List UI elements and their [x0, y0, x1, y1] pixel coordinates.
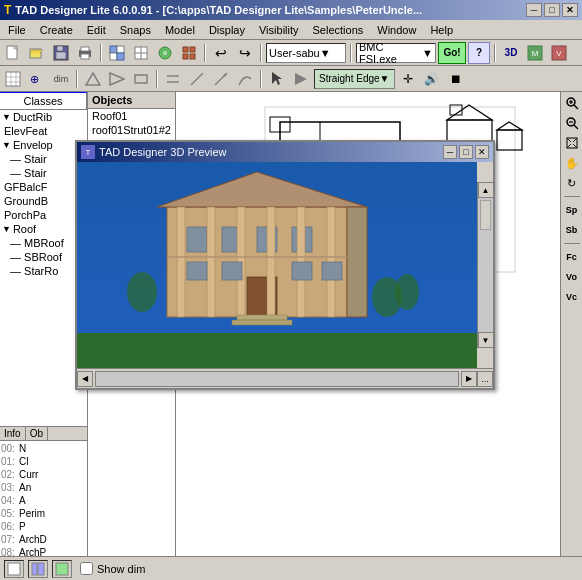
tree-item-elevfeat[interactable]: ElevFeat	[0, 124, 87, 138]
separator-4	[350, 44, 352, 62]
preview-close[interactable]: ✕	[475, 145, 489, 159]
exe-dropdown[interactable]: BMC FSI.exe ▼	[356, 43, 436, 63]
close-button[interactable]: ✕	[562, 3, 578, 17]
triangle-btn[interactable]	[82, 68, 104, 90]
sb-btn[interactable]: Sb	[563, 221, 581, 239]
scroll-thumb-v[interactable]	[480, 200, 491, 230]
scroll-down-arrow[interactable]: ▼	[478, 332, 494, 348]
svg-rect-84	[187, 262, 207, 280]
svg-point-93	[127, 272, 157, 312]
user-dropdown[interactable]: User-sabu ▼	[266, 43, 346, 63]
zoom-out-btn[interactable]	[563, 114, 581, 132]
save-button[interactable]	[50, 42, 72, 64]
undo-button[interactable]: ↩	[210, 42, 232, 64]
svg-rect-73	[187, 227, 207, 252]
tree-item-gfbalcf[interactable]: GFBalcF	[0, 180, 87, 194]
tree-item-groundb[interactable]: GroundB	[0, 194, 87, 208]
menu-edit[interactable]: Edit	[81, 22, 112, 38]
app-icon: T	[4, 3, 11, 17]
triangle2-btn[interactable]	[106, 68, 128, 90]
obj-roof01[interactable]: Roof01	[88, 109, 175, 123]
svg-text:V: V	[556, 49, 562, 58]
dim-btn[interactable]: dim	[50, 68, 72, 90]
preview-maximize[interactable]: □	[459, 145, 473, 159]
svg-line-59	[574, 105, 578, 109]
new-button[interactable]	[2, 42, 24, 64]
svg-rect-19	[190, 47, 195, 52]
tab-info[interactable]: Info	[0, 427, 26, 440]
scroll-track-v[interactable]	[478, 198, 493, 332]
menu-selections[interactable]: Selections	[307, 22, 370, 38]
grid-btn[interactable]	[2, 68, 24, 90]
zoom-extents-btn[interactable]	[563, 134, 581, 152]
svg-rect-94	[8, 563, 20, 575]
rect-btn[interactable]	[130, 68, 152, 90]
toolbar-icon-8[interactable]	[178, 42, 200, 64]
parallel-btn[interactable]	[162, 68, 184, 90]
scroll-corner-btn[interactable]: ...	[477, 371, 493, 387]
vc-btn[interactable]: Vc	[563, 288, 581, 306]
tab-ob[interactable]: Ob	[26, 427, 48, 440]
toolbar-icon-6[interactable]	[130, 42, 152, 64]
tab-classes[interactable]: Classes	[0, 92, 87, 109]
curve-btn[interactable]	[234, 68, 256, 90]
svg-rect-87	[322, 262, 342, 280]
minimize-button[interactable]: ─	[526, 3, 542, 17]
menu-create[interactable]: Create	[34, 22, 79, 38]
svg-rect-12	[117, 53, 124, 60]
scroll-right-arrow[interactable]: ▶	[461, 371, 477, 387]
status-btn-1[interactable]	[4, 560, 24, 578]
zoom-in-btn[interactable]	[563, 94, 581, 112]
svg-point-92	[395, 274, 419, 310]
fc-btn[interactable]: Fc	[563, 248, 581, 266]
svg-rect-55	[497, 130, 522, 150]
redo-button[interactable]: ↪	[234, 42, 256, 64]
go-button[interactable]: Go!	[438, 42, 466, 64]
3d-button[interactable]: 3D	[500, 42, 522, 64]
print-button[interactable]	[74, 42, 96, 64]
toolbar-extra-2[interactable]: V	[548, 42, 570, 64]
arrow-btn[interactable]	[210, 68, 232, 90]
maximize-button[interactable]: □	[544, 3, 560, 17]
svg-rect-26	[6, 72, 20, 86]
line-btn[interactable]	[186, 68, 208, 90]
help-button[interactable]: ?	[468, 42, 490, 64]
move-btn[interactable]: ✛	[397, 68, 419, 90]
edge-dropdown[interactable]	[290, 68, 312, 90]
snap-btn[interactable]: ⊕	[26, 68, 48, 90]
tree-item-ductrib[interactable]: ▼DuctRib	[0, 110, 87, 124]
status-btn-2[interactable]	[28, 560, 48, 578]
svg-line-68	[567, 144, 571, 148]
menu-file[interactable]: File	[2, 22, 32, 38]
show-dim-checkbox[interactable]	[80, 562, 93, 575]
tree-item-roof[interactable]: ▼Roof	[0, 222, 87, 236]
menu-model[interactable]: Model	[159, 22, 201, 38]
toolbar-icon-5[interactable]	[106, 42, 128, 64]
menu-window[interactable]: Window	[371, 22, 422, 38]
scroll-track-h[interactable]	[95, 371, 459, 387]
rotate-btn[interactable]: ↻	[563, 174, 581, 192]
vo-btn[interactable]: Vo	[563, 268, 581, 286]
menu-display[interactable]: Display	[203, 22, 251, 38]
select-btn[interactable]	[266, 68, 288, 90]
toolbar-extra-1[interactable]: M	[524, 42, 546, 64]
scroll-up-arrow[interactable]: ▲	[478, 182, 494, 198]
audio-btn[interactable]: 🔊	[421, 68, 443, 90]
info-row-06: 06:P	[1, 520, 86, 533]
sp-btn[interactable]: Sp	[563, 201, 581, 219]
open-button[interactable]	[26, 42, 48, 64]
menu-snaps[interactable]: Snaps	[114, 22, 157, 38]
tree-item-envelope[interactable]: ▼Envelop	[0, 138, 87, 152]
svg-line-63	[574, 125, 578, 129]
svg-rect-11	[110, 53, 117, 60]
record-btn[interactable]: ⏹	[445, 68, 467, 90]
pan-btn[interactable]: ✋	[563, 154, 581, 172]
tree-item-porchpa[interactable]: PorchPa	[0, 208, 87, 222]
preview-minimize[interactable]: ─	[443, 145, 457, 159]
scroll-left-arrow[interactable]: ◀	[77, 371, 93, 387]
menu-visibility[interactable]: Visibility	[253, 22, 305, 38]
toolbar-icon-7[interactable]	[154, 42, 176, 64]
menu-help[interactable]: Help	[424, 22, 459, 38]
obj-strut01-2[interactable]: roof01Strut01#2	[88, 123, 175, 137]
status-btn-3[interactable]	[52, 560, 72, 578]
